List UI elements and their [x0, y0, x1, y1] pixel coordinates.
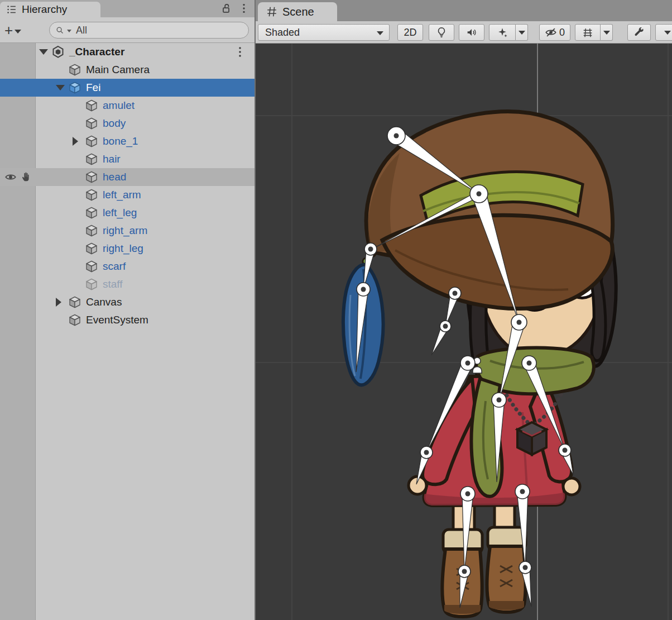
row-label: right_arm [103, 225, 147, 237]
hierarchy-toolbar: + All [0, 17, 255, 43]
hierarchy-row-amulet[interactable]: amulet [0, 97, 255, 115]
hierarchy-row-scene-character[interactable]: _Character [0, 43, 255, 61]
foldout-closed-icon[interactable] [73, 137, 78, 146]
chevron-down-icon [519, 31, 525, 35]
create-add-button[interactable]: + [4, 22, 31, 39]
hidden-objects-count: 0 [559, 27, 565, 39]
row-label: head [103, 171, 126, 183]
cube-icon [85, 135, 98, 148]
row-label: amulet [103, 99, 135, 112]
row-label: left_leg [103, 207, 137, 219]
row-label: bone_1 [103, 135, 138, 147]
prefab-cube-icon [68, 81, 81, 94]
tab-hierarchy[interactable]: Hierarchy [0, 2, 100, 17]
foldout-open-icon[interactable] [39, 49, 48, 55]
row-label: hair [103, 153, 121, 165]
grid-visibility-dropdown[interactable] [601, 24, 613, 41]
kebab-menu-icon[interactable] [233, 45, 247, 59]
search-icon [55, 26, 65, 35]
tab-scene[interactable]: Scene [258, 2, 337, 21]
list-icon [6, 3, 18, 16]
hierarchy-row-head[interactable]: head [0, 168, 255, 186]
2d-label: 2D [404, 27, 416, 39]
cube-icon [85, 152, 98, 166]
plus-icon: + [4, 22, 13, 39]
cube-icon [85, 242, 98, 255]
row-label: EventSystem [86, 314, 148, 326]
foldout-open-icon[interactable] [56, 85, 65, 90]
row-label: staff [103, 278, 123, 290]
cube-icon [85, 117, 98, 130]
hidden-objects-button[interactable]: 0 [539, 24, 570, 41]
cube-icon [68, 313, 81, 327]
hierarchy-tabstrip: Hierarchy [0, 0, 255, 17]
hierarchy-row-main-camera[interactable]: Main Camera [0, 61, 255, 79]
hierarchy-row-left-arm[interactable]: left_arm [0, 186, 255, 204]
grid-visual-icon [582, 26, 594, 39]
cube-icon [85, 170, 98, 184]
scene-tools-button[interactable] [627, 24, 651, 41]
row-label: right_leg [103, 242, 143, 255]
hierarchy-row-staff[interactable]: staff [0, 275, 255, 293]
grid-visibility-button[interactable] [575, 24, 601, 41]
chevron-down-icon [377, 31, 383, 35]
row-label: scarf [103, 260, 126, 273]
chevron-down-icon [664, 31, 671, 35]
cube-icon [85, 206, 98, 220]
hierarchy-row-scarf[interactable]: scarf [0, 257, 255, 275]
row-label: Fei [86, 82, 100, 94]
lock-open-icon[interactable] [220, 2, 232, 15]
search-input[interactable]: All [49, 22, 249, 39]
grid-icon [266, 6, 278, 18]
effects-star-icon [496, 26, 508, 39]
legs [442, 499, 526, 617]
foldout-closed-icon[interactable] [56, 298, 61, 307]
row-label: left_arm [103, 189, 141, 201]
scene-lighting-button[interactable] [429, 24, 454, 41]
row-label: body [103, 117, 126, 130]
hierarchy-row-body[interactable]: body [0, 115, 255, 132]
cube-icon [85, 260, 98, 273]
scene-tab-label: Scene [282, 6, 314, 18]
shading-mode-dropdown[interactable]: Shaded [258, 24, 390, 41]
search-filter-caret-icon [67, 30, 71, 32]
scene-toolbar: Shaded 2D 0 [256, 21, 672, 44]
tools-wrench-icon [633, 26, 645, 39]
shading-mode-label: Shaded [265, 27, 300, 39]
hierarchy-row-hair[interactable]: hair [0, 150, 255, 168]
chevron-down-icon [15, 30, 21, 34]
toggle-2d-button[interactable]: 2D [397, 24, 423, 41]
hierarchy-row-eventsystem[interactable]: EventSystem [0, 311, 255, 329]
cube-icon [85, 224, 98, 237]
scene-effects-dropdown[interactable] [516, 24, 528, 41]
scene-audio-button[interactable] [459, 24, 484, 41]
scene-viewport[interactable] [256, 44, 672, 620]
hierarchy-row-fei[interactable]: Fei [0, 79, 255, 97]
row-label: Canvas [86, 296, 122, 308]
hierarchy-tree: _Character Main Camera Fei amulet [0, 43, 255, 620]
scene-tabstrip: Scene [256, 0, 672, 21]
audio-icon [465, 26, 478, 39]
hierarchy-row-right-leg[interactable]: right_leg [0, 240, 255, 257]
row-label: Main Camera [86, 64, 150, 76]
hierarchy-tab-label: Hierarchy [22, 3, 67, 16]
hidden-eye-slash-icon [545, 26, 557, 39]
scene-effects-button[interactable] [489, 24, 516, 41]
hierarchy-row-bone-1[interactable]: bone_1 [0, 132, 255, 150]
visibility-eye-icon[interactable] [4, 171, 17, 183]
hierarchy-row-canvas[interactable]: Canvas [0, 293, 255, 311]
hierarchy-row-right-arm[interactable]: right_arm [0, 222, 255, 240]
picking-hand-icon[interactable] [20, 171, 32, 183]
cube-icon [68, 295, 81, 309]
cube-icon [68, 63, 81, 77]
hierarchy-row-left-leg[interactable]: left_leg [0, 204, 255, 222]
row-label: _Character [69, 46, 124, 58]
scene-camera-dropdown[interactable] [655, 24, 672, 41]
cube-icon [85, 99, 98, 112]
cube-icon [85, 188, 98, 202]
light-bulb-icon [435, 26, 448, 39]
hierarchy-panel: Hierarchy + All _Character [0, 0, 256, 620]
cube-icon [85, 278, 98, 291]
scene-asset-icon [51, 45, 65, 59]
kebab-menu-icon[interactable] [238, 2, 250, 15]
